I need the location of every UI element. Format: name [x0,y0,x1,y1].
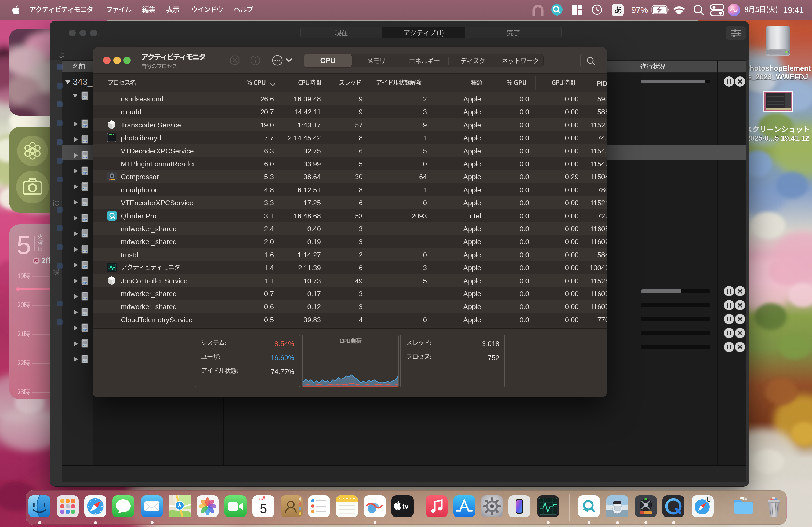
svg-text:MXF: MXF [83,219,87,221]
svg-text:MXF: MXF [83,235,87,237]
svg-text:MXF: MXF [83,156,87,158]
svg-text:MXF: MXF [83,188,87,190]
svg-text:MXF: MXF [83,360,87,362]
svg-text:MXF: MXF [83,140,87,142]
svg-text:MXF: MXF [83,204,87,205]
svg-text:MXF: MXF [83,298,87,299]
svg-text:MXF: MXF [83,266,87,268]
svg-text:MXF: MXF [83,97,87,99]
svg-text:MXF: MXF [83,172,87,174]
svg-text:8: 8 [259,497,262,501]
svg-text:MXF: MXF [83,329,87,331]
svg-text:MXF: MXF [83,125,87,127]
svg-text:MXF: MXF [83,345,87,347]
svg-text:MXF: MXF [83,251,87,253]
svg-text:97%: 97% [631,5,648,15]
svg-text:MXF: MXF [83,313,87,315]
svg-text:5: 5 [260,501,267,516]
svg-text:tv: tv [402,502,409,510]
svg-text:MXF: MXF [83,282,87,284]
